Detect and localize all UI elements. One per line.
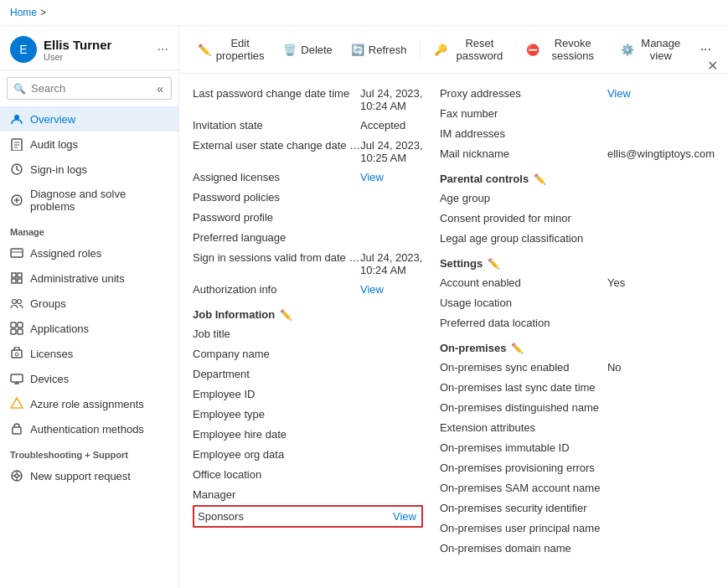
sidebar-item-assigned-roles[interactable]: Assigned roles [0, 240, 178, 266]
parental-controls-edit-icon[interactable]: ✏️ [534, 173, 546, 185]
prop-auth-info-link[interactable]: View [360, 283, 384, 296]
settings-label: Settings [440, 257, 483, 270]
prop-auth-info-label: Authorization info [193, 283, 360, 296]
prop-preferred-data-location-label: Preferred data location [440, 317, 607, 329]
prop-password-profile: Password profile [193, 208, 423, 228]
prop-legal-age: Legal age group classification [440, 229, 715, 249]
prop-employee-id-label: Employee ID [193, 388, 360, 400]
prop-proxy-addresses-link[interactable]: View [607, 87, 631, 100]
user-name: Ellis Turner [44, 38, 151, 52]
delete-button[interactable]: 🗑️ Delete [275, 39, 341, 60]
sidebar-item-new-support-label: New support request [30, 470, 131, 482]
prop-assigned-licenses: Assigned licenses View [193, 168, 423, 188]
auth-icon [10, 422, 23, 436]
revoke-sessions-icon: ⛔ [526, 44, 540, 56]
user-more-button[interactable]: ··· [157, 42, 168, 57]
signin-icon [10, 162, 23, 176]
prop-assigned-licenses-label: Assigned licenses [193, 171, 360, 183]
refresh-button[interactable]: 🔄 Refresh [343, 39, 416, 60]
toolbar: ✏️ Edit properties 🗑️ Delete 🔄 Refresh 🔑… [179, 26, 728, 74]
job-info-label: Job Information [193, 308, 275, 321]
prop-preferred-language-label: Preferred language [193, 231, 360, 244]
search-input[interactable] [7, 77, 172, 100]
prop-auth-info: Authorization info View [193, 280, 423, 300]
sidebar-item-groups[interactable]: Groups [0, 291, 178, 316]
prop-employee-hire-date: Employee hire date [193, 425, 423, 445]
reset-password-button[interactable]: 🔑 Reset password [426, 33, 515, 66]
audit-icon [10, 137, 23, 151]
sidebar-item-admin-units[interactable]: Administrative units [0, 266, 178, 291]
sidebar-item-devices[interactable]: Devices [0, 366, 178, 391]
sidebar-item-azure-roles[interactable]: Azure role assignments [0, 391, 178, 416]
svg-rect-10 [18, 273, 22, 277]
svg-point-0 [14, 115, 19, 120]
svg-rect-19 [12, 350, 22, 358]
prop-mail-nickname: Mail nickname ellis@wingtiptoys.com [440, 144, 715, 164]
licenses-icon [10, 347, 23, 360]
settings-edit-icon[interactable]: ✏️ [488, 258, 500, 270]
prop-sponsors: Sponsors View [193, 505, 423, 528]
prop-on-prem-last-sync-label: On-premises last sync date time [440, 381, 607, 394]
prop-job-title: Job title [193, 324, 423, 344]
prop-assigned-licenses-link[interactable]: View [360, 171, 384, 183]
sidebar-item-audit-logs[interactable]: Audit logs [0, 132, 178, 157]
azure-icon [10, 397, 23, 410]
collapse-sidebar-button[interactable]: « [152, 80, 168, 97]
parental-controls-section: Parental controls ✏️ [440, 164, 715, 188]
svg-rect-7 [11, 249, 23, 257]
sidebar-item-diagnose[interactable]: Diagnose and solve problems [0, 182, 178, 219]
sidebar-item-devices-label: Devices [30, 373, 69, 385]
prop-im-addresses: IM addresses [440, 124, 715, 144]
svg-rect-17 [11, 329, 16, 334]
prop-proxy-addresses: Proxy addresses View [440, 84, 715, 104]
sidebar-item-sign-in-logs[interactable]: Sign-in logs [0, 157, 178, 182]
sidebar: E Ellis Turner User ··· 🔍 « Overview [0, 26, 179, 588]
left-column: Last password change date time Jul 24, 2… [193, 84, 423, 578]
svg-rect-15 [11, 322, 16, 328]
prop-employee-hire-date-label: Employee hire date [193, 428, 360, 441]
prop-department: Department [193, 364, 423, 384]
sidebar-item-auth-methods[interactable]: Authentication methods [0, 416, 178, 441]
breadcrumb-home[interactable]: Home [10, 7, 37, 18]
job-info-edit-icon[interactable]: ✏️ [280, 309, 292, 321]
prop-password-policies-label: Password policies [193, 191, 360, 204]
manage-view-icon: ⚙️ [621, 44, 634, 56]
roles-icon [10, 246, 23, 260]
prop-usage-location-label: Usage location [440, 297, 607, 309]
prop-manager: Manager [193, 485, 423, 505]
edit-properties-button[interactable]: ✏️ Edit properties [189, 33, 273, 66]
sidebar-item-applications[interactable]: Applications [0, 316, 178, 341]
right-column: Proxy addresses View Fax number IM addre… [440, 84, 715, 578]
close-button[interactable]: ✕ [707, 58, 718, 74]
prop-im-addresses-label: IM addresses [440, 127, 607, 140]
prop-department-label: Department [193, 368, 360, 380]
prop-last-password-label: Last password change date time [193, 87, 360, 100]
manage-view-button[interactable]: ⚙️ Manage view [612, 33, 692, 66]
sidebar-item-applications-label: Applications [30, 322, 89, 335]
prop-invitation-state: Invitation state Accepted [193, 116, 423, 136]
prop-company-name-label: Company name [193, 348, 360, 360]
content-area: ✕ ✏️ Edit properties 🗑️ Delete 🔄 Refresh [179, 26, 728, 588]
prop-on-prem-distinguished-label: On-premises distinguished name [440, 401, 607, 414]
user-header: E Ellis Turner User ··· [0, 26, 178, 70]
sidebar-item-licenses[interactable]: Licenses [0, 341, 178, 366]
revoke-sessions-button[interactable]: ⛔ Revoke sessions [518, 33, 611, 66]
prop-sign-in-sessions-label: Sign in sessions valid from date … [193, 251, 360, 264]
svg-marker-24 [11, 398, 23, 408]
svg-rect-9 [12, 273, 16, 277]
prop-sponsors-link[interactable]: View [393, 510, 421, 523]
prop-account-enabled-label: Account enabled [440, 276, 607, 289]
prop-last-password: Last password change date time Jul 24, 2… [193, 84, 423, 116]
on-premises-edit-icon[interactable]: ✏️ [511, 343, 524, 354]
groups-icon [10, 297, 23, 310]
prop-office-location-label: Office location [193, 468, 360, 481]
sidebar-item-overview[interactable]: Overview [0, 106, 178, 132]
svg-point-20 [15, 353, 18, 356]
prop-on-prem-immutable-id: On-premises immutable ID [440, 438, 715, 458]
sidebar-item-assigned-roles-label: Assigned roles [30, 247, 101, 260]
avatar: E [10, 36, 37, 63]
sidebar-item-new-support[interactable]: New support request [0, 463, 178, 488]
user-info: Ellis Turner User [44, 38, 151, 62]
prop-on-prem-security-id: On-premises security identifier [440, 498, 715, 518]
admin-icon [10, 271, 23, 285]
